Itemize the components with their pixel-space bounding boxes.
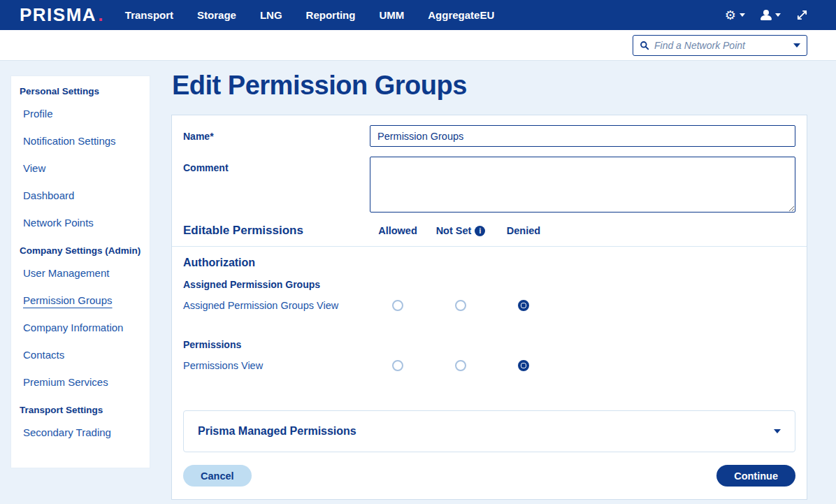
sidebar-item-premium-services[interactable]: Premium Services	[23, 376, 143, 388]
chevron-down-icon[interactable]	[793, 43, 800, 48]
sidebar-header-personal-settings: Personal Settings	[20, 86, 143, 96]
top-navbar: PRISMA . Transport Storage LNG Reporting…	[0, 0, 836, 30]
sidebar-header-company-settings: Company Settings (Admin)	[20, 245, 143, 256]
permission-row-assigned-groups-view: Assigned Permission Groups View	[183, 294, 795, 317]
primary-nav: Transport Storage LNG Reporting UMM Aggr…	[125, 9, 494, 21]
settings-sidebar: Personal Settings Profile Notification S…	[10, 75, 150, 468]
user-menu-button[interactable]	[761, 10, 781, 20]
settings-menu-button[interactable]: ⚙	[725, 9, 745, 22]
cancel-button[interactable]: Cancel	[183, 465, 252, 487]
info-icon[interactable]: i	[475, 226, 485, 236]
comment-textarea[interactable]	[370, 157, 795, 213]
editable-permissions-heading: Editable Permissions	[183, 224, 366, 238]
radio-not-set[interactable]	[455, 300, 466, 311]
logo-dot: .	[98, 4, 104, 26]
sidebar-item-profile[interactable]: Profile	[23, 108, 143, 120]
radio-allowed[interactable]	[392, 360, 403, 371]
sidebar-section-company: Company Settings (Admin) User Management…	[20, 245, 143, 388]
name-row: Name*	[183, 125, 795, 147]
sidebar-section-transport: Transport Settings Secondary Trading	[20, 405, 143, 438]
form-actions: Cancel Continue	[183, 465, 795, 487]
chevron-down-icon	[775, 13, 781, 17]
comment-label: Comment	[183, 157, 370, 213]
sidebar-item-network-points[interactable]: Network Points	[23, 217, 143, 229]
sidebar-header-transport-settings: Transport Settings	[20, 405, 143, 415]
search-input[interactable]	[654, 40, 793, 51]
column-header-denied: Denied	[492, 225, 555, 236]
comment-row: Comment	[183, 157, 795, 213]
sidebar-item-user-management[interactable]: User Management	[23, 267, 143, 279]
nav-item-umm[interactable]: UMM	[379, 9, 404, 21]
sidebar-item-secondary-trading[interactable]: Secondary Trading	[23, 426, 143, 438]
sidebar-item-dashboard[interactable]: Dashboard	[23, 189, 143, 201]
prisma-logo[interactable]: PRISMA .	[20, 4, 104, 26]
radio-denied[interactable]	[518, 300, 529, 311]
section-divider	[172, 246, 807, 247]
prisma-managed-permissions-accordion[interactable]: Prisma Managed Permissions	[183, 410, 795, 452]
nav-item-lng[interactable]: LNG	[260, 9, 282, 21]
sidebar-item-notification-settings[interactable]: Notification Settings	[23, 135, 143, 147]
edit-permission-group-form: Name* Comment Editable Permissions Allow…	[171, 115, 807, 500]
column-header-not-set: Not Set i	[429, 225, 492, 236]
sidebar-item-company-information[interactable]: Company Information	[23, 322, 143, 333]
nav-item-aggregateeu[interactable]: AggregateEU	[428, 9, 494, 21]
network-point-search[interactable]	[633, 35, 807, 56]
nav-item-transport[interactable]: Transport	[125, 9, 173, 21]
permissions-subheading: Permissions	[183, 339, 795, 350]
sidebar-item-contacts[interactable]: Contacts	[23, 349, 143, 361]
page-title: Edit Permission Groups	[172, 71, 807, 101]
radio-not-set[interactable]	[455, 360, 466, 371]
sidebar-section-personal: Personal Settings Profile Notification S…	[20, 86, 143, 229]
column-header-allowed: Allowed	[366, 225, 429, 236]
user-icon	[761, 10, 772, 20]
nav-item-reporting[interactable]: Reporting	[306, 9, 356, 21]
continue-button[interactable]: Continue	[716, 465, 795, 487]
nav-item-storage[interactable]: Storage	[197, 9, 236, 21]
page-content: Personal Settings Profile Notification S…	[0, 61, 836, 504]
assigned-permission-groups-heading: Assigned Permission Groups	[183, 279, 795, 290]
expand-button[interactable]	[796, 9, 808, 21]
chevron-down-icon	[740, 13, 745, 17]
search-icon	[640, 41, 649, 50]
sidebar-item-view[interactable]: View	[23, 162, 143, 174]
chevron-down-icon	[774, 429, 781, 433]
search-strip	[0, 30, 836, 61]
logo-text: PRISMA	[20, 4, 96, 26]
navbar-right-icons: ⚙	[725, 9, 808, 22]
permissions-header-row: Editable Permissions Allowed Not Set i D…	[183, 224, 795, 238]
name-label: Name*	[183, 125, 370, 147]
radio-allowed[interactable]	[392, 300, 403, 311]
name-input[interactable]	[370, 125, 795, 147]
accordion-label: Prisma Managed Permissions	[198, 425, 356, 438]
gear-icon: ⚙	[725, 9, 736, 22]
radio-denied[interactable]	[518, 360, 529, 371]
main-area: Edit Permission Groups Name* Comment Edi…	[171, 61, 807, 500]
sidebar-item-permission-groups[interactable]: Permission Groups	[23, 294, 143, 306]
authorization-heading: Authorization	[183, 257, 795, 269]
expand-icon	[796, 9, 808, 21]
permission-row-permissions-view: Permissions View	[183, 354, 795, 377]
permission-row-label: Assigned Permission Groups View	[183, 300, 366, 311]
permission-row-label: Permissions View	[183, 360, 366, 371]
